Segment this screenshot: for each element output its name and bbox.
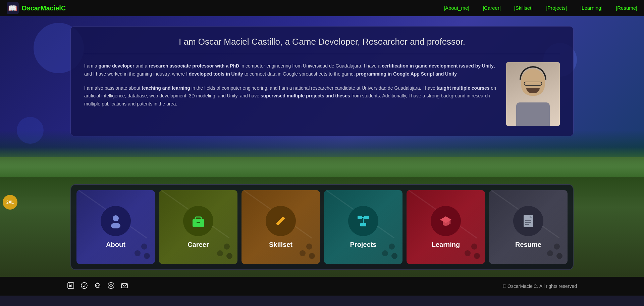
person-face	[521, 69, 545, 96]
svg-point-24	[96, 285, 97, 286]
hero-photo	[506, 62, 560, 126]
nav-projects[interactable]: |Projects|	[546, 5, 567, 11]
cards-container: About Career	[70, 184, 574, 270]
landscape-divider	[0, 157, 644, 177]
hero-title: I am Oscar Maciel Castillo, a Game Devel…	[84, 37, 560, 47]
tools-icon	[273, 214, 288, 228]
card-label-projects: Projects	[350, 241, 377, 249]
hero-text: I am a game developer and a research ass…	[84, 62, 496, 114]
graduation-cap-icon	[438, 214, 453, 228]
card-content-career: Career	[183, 206, 213, 249]
svg-point-2	[113, 215, 119, 221]
svg-rect-5	[195, 217, 201, 220]
card-label-about: About	[106, 241, 125, 249]
size-badge: 2XL	[3, 195, 17, 210]
card-resume[interactable]: Resume	[489, 190, 568, 264]
card-content-projects: Projects	[348, 206, 378, 249]
card-icon-circle-learning	[431, 206, 461, 236]
footer-social-icons	[67, 282, 128, 291]
person-icon	[108, 214, 123, 228]
card-content-learning: Learning	[431, 206, 461, 249]
card-label-resume: Resume	[515, 241, 541, 249]
linkedin-icon[interactable]	[67, 282, 74, 291]
navbar: 📖 OscarMacielC |About_me| |Career| |Skil…	[0, 0, 644, 16]
card-icon-circle-about	[101, 206, 131, 236]
nav-about[interactable]: |About_me|	[444, 5, 469, 11]
nav-skillset[interactable]: |Skillset|	[514, 5, 533, 11]
svg-rect-15	[449, 220, 450, 224]
glasses-icon	[524, 82, 542, 86]
card-content-resume: Resume	[513, 206, 543, 249]
cards-grid: About Career	[76, 190, 568, 264]
card-icon-circle-skillset	[266, 206, 296, 236]
svg-point-22	[69, 283, 70, 284]
document-icon	[522, 214, 535, 228]
cards-section: About Career	[0, 177, 644, 277]
svg-point-25	[98, 285, 99, 286]
card-icon-circle-projects	[348, 206, 378, 236]
card-label-career: Career	[187, 241, 209, 249]
hero-para-1: I am a game developer and a research ass…	[84, 62, 496, 78]
card-icon-circle-career	[183, 206, 213, 236]
decorative-blob-3	[17, 117, 44, 144]
svg-point-3	[111, 223, 120, 228]
card-learning[interactable]: Learning	[407, 190, 485, 264]
card-label-learning: Learning	[432, 241, 460, 249]
footer-copyright: © OscarMacielC. All rights reserved	[503, 283, 577, 289]
card-about[interactable]: About	[76, 190, 155, 264]
hero-card: I am Oscar Maciel Castillo, a Game Devel…	[70, 26, 574, 136]
svg-rect-16	[524, 215, 533, 227]
svg-rect-10	[364, 216, 369, 219]
footer: © OscarMacielC. All rights reserved	[0, 277, 644, 296]
logo-icon: 📖	[7, 2, 19, 14]
hero-body: I am a game developer and a research ass…	[84, 62, 560, 126]
card-icon-circle-resume	[513, 206, 543, 236]
svg-text:📖: 📖	[8, 4, 17, 13]
nav-learning[interactable]: |Learning|	[580, 5, 602, 11]
svg-rect-6	[197, 222, 200, 223]
nav-resume[interactable]: |Resume|	[616, 5, 637, 11]
svg-rect-8	[276, 216, 285, 225]
whatsapp-icon[interactable]	[80, 282, 88, 291]
nav-career[interactable]: |Career|	[483, 5, 501, 11]
nav-links: |About_me| |Career| |Skillset| |Projects…	[444, 5, 637, 11]
discord-icon[interactable]	[94, 282, 101, 291]
briefcase-icon	[191, 214, 206, 228]
hero-para-2: I am also passionate about teaching and …	[84, 84, 496, 108]
github-icon[interactable]	[107, 282, 115, 291]
site-logo[interactable]: 📖 OscarMacielC	[7, 2, 66, 14]
card-label-skillset: Skillset	[269, 241, 292, 249]
svg-point-26	[108, 282, 114, 289]
person-body	[516, 102, 550, 126]
card-content-skillset: Skillset	[266, 206, 296, 249]
email-icon[interactable]	[121, 282, 128, 291]
svg-rect-11	[360, 223, 366, 226]
svg-rect-20	[68, 282, 74, 289]
logo-text: OscarMacielC	[21, 4, 66, 12]
card-career[interactable]: Career	[159, 190, 237, 264]
card-projects[interactable]: Projects	[324, 190, 402, 264]
svg-rect-27	[121, 283, 127, 288]
svg-point-23	[81, 282, 87, 289]
card-content-about: About	[101, 206, 131, 249]
card-skillset[interactable]: Skillset	[241, 190, 320, 264]
blueprint-icon	[356, 214, 371, 228]
hero-section: I am Oscar Maciel Castillo, a Game Devel…	[0, 16, 644, 157]
beard	[526, 88, 540, 93]
hero-divider	[84, 54, 560, 54]
